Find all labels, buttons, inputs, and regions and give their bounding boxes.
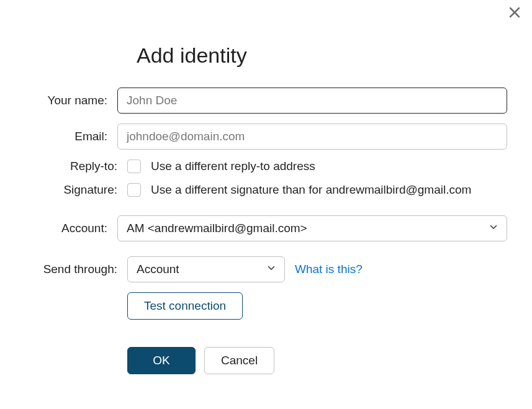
test-connection-button[interactable]: Test connection [127,292,243,320]
chevron-down-icon [266,263,277,277]
account-selected-value: AM <andrewmailbird@gmail.com> [127,222,307,235]
account-label: Account: [25,222,117,235]
row-signature: Signature: Use a different signature tha… [25,183,507,197]
send-through-selected-value: Account [137,263,179,276]
add-identity-dialog: Add identity Your name: Email: Reply-to:… [0,0,532,403]
your-name-label: Your name: [25,94,117,107]
reply-to-checkbox-label: Use a different reply-to address [151,160,315,173]
row-your-name: Your name: [25,88,507,114]
chevron-down-icon [488,222,499,236]
signature-checkbox-label: Use a different signature than for andre… [151,183,471,197]
row-actions: OK Cancel [25,347,507,374]
signature-checkbox[interactable] [127,183,141,197]
send-through-label: Send through: [25,263,127,276]
cancel-button[interactable]: Cancel [204,347,274,374]
your-name-input[interactable] [117,88,507,114]
account-select[interactable]: AM <andrewmailbird@gmail.com> [117,215,507,241]
row-test-connection: Test connection [25,292,507,320]
row-reply-to: Reply-to: Use a different reply-to addre… [25,160,507,173]
signature-label: Signature: [25,183,127,197]
row-send-through: Send through: Account What is this? [25,256,507,282]
send-through-select[interactable]: Account [127,256,285,282]
dialog-title: Add identity [137,43,507,68]
reply-to-checkbox[interactable] [127,160,141,173]
email-input[interactable] [117,124,507,150]
reply-to-label: Reply-to: [25,160,127,173]
what-is-this-link[interactable]: What is this? [295,263,363,276]
close-icon [508,6,521,19]
row-email: Email: [25,124,507,150]
close-button[interactable] [508,6,521,19]
email-label: Email: [25,130,117,143]
ok-button[interactable]: OK [127,347,196,374]
row-account: Account: AM <andrewmailbird@gmail.com> [25,215,507,241]
